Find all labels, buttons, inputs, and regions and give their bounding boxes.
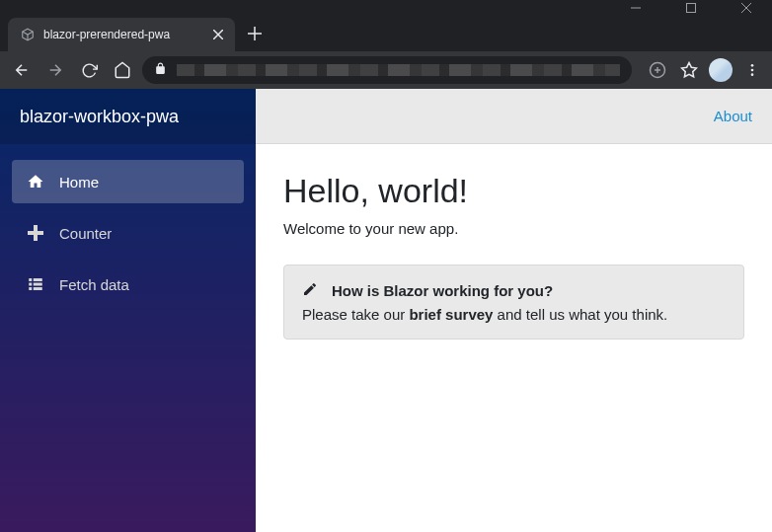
alert-title-text: How is Blazor working for you? bbox=[332, 282, 553, 299]
survey-alert: How is Blazor working for you? Please ta… bbox=[283, 265, 744, 340]
pencil-icon bbox=[302, 281, 318, 300]
sidebar-item-home[interactable]: Home bbox=[12, 160, 244, 203]
svg-rect-17 bbox=[29, 278, 32, 281]
star-icon[interactable] bbox=[677, 58, 701, 82]
window-close-button[interactable] bbox=[729, 0, 764, 16]
new-tab-button[interactable] bbox=[241, 20, 269, 47]
browser-tab[interactable]: blazor-prerendered-pwa bbox=[8, 18, 235, 51]
plus-icon bbox=[26, 223, 45, 243]
sidebar-item-fetch-data[interactable]: Fetch data bbox=[12, 263, 244, 306]
kebab-menu-icon[interactable] bbox=[740, 58, 764, 82]
url-input[interactable] bbox=[142, 56, 632, 84]
nav-list: Home Counter Fetch data bbox=[0, 144, 256, 330]
window-minimize-button[interactable] bbox=[618, 0, 654, 16]
page-subtext: Welcome to your new app. bbox=[283, 220, 744, 237]
alert-body-prefix: Please take our bbox=[302, 306, 409, 323]
forward-button[interactable] bbox=[41, 56, 69, 84]
home-icon bbox=[26, 172, 45, 191]
svg-rect-21 bbox=[29, 287, 32, 290]
svg-rect-22 bbox=[34, 287, 42, 290]
svg-point-12 bbox=[751, 64, 754, 67]
sidebar-item-label: Counter bbox=[59, 225, 112, 242]
lock-icon bbox=[154, 61, 167, 79]
tab-close-button[interactable] bbox=[213, 27, 223, 42]
svg-marker-11 bbox=[682, 63, 697, 77]
alert-body: Please take our brief survey and tell us… bbox=[302, 306, 726, 323]
svg-point-14 bbox=[751, 73, 754, 76]
reload-button[interactable] bbox=[75, 56, 103, 84]
about-link[interactable]: About bbox=[714, 108, 752, 124]
avatar[interactable] bbox=[709, 58, 733, 82]
main-area: About Hello, world! Welcome to your new … bbox=[256, 89, 772, 532]
alert-body-suffix: and tell us what you think. bbox=[493, 306, 667, 323]
content: Hello, world! Welcome to your new app. H… bbox=[256, 144, 772, 532]
tab-title: blazor-prerendered-pwa bbox=[43, 28, 205, 41]
sidebar-item-label: Home bbox=[59, 174, 99, 190]
back-button[interactable] bbox=[8, 56, 36, 84]
svg-rect-16 bbox=[34, 225, 38, 241]
add-to-circle-icon[interactable] bbox=[646, 58, 669, 82]
alert-body-strong[interactable]: brief survey bbox=[409, 306, 493, 323]
brand-title: blazor-workbox-pwa bbox=[0, 89, 256, 144]
svg-rect-19 bbox=[29, 283, 32, 286]
window-titlebar bbox=[0, 0, 772, 16]
browser-address-bar bbox=[0, 51, 772, 89]
topbar: About bbox=[256, 89, 772, 144]
url-text bbox=[177, 64, 620, 76]
svg-rect-1 bbox=[687, 4, 696, 13]
browser-tab-bar: blazor-prerendered-pwa bbox=[0, 16, 772, 51]
cube-icon bbox=[20, 27, 36, 42]
svg-point-13 bbox=[751, 69, 754, 72]
page-heading: Hello, world! bbox=[283, 172, 744, 210]
list-icon bbox=[26, 274, 45, 294]
svg-rect-20 bbox=[34, 283, 42, 286]
window-maximize-button[interactable] bbox=[673, 0, 709, 16]
sidebar-item-counter[interactable]: Counter bbox=[12, 211, 244, 255]
sidebar-item-label: Fetch data bbox=[59, 276, 129, 293]
home-button[interactable] bbox=[109, 56, 136, 84]
svg-rect-18 bbox=[34, 278, 42, 281]
app-root: blazor-workbox-pwa Home Counter Fetch da… bbox=[0, 89, 772, 532]
sidebar: blazor-workbox-pwa Home Counter Fetch da… bbox=[0, 89, 256, 532]
